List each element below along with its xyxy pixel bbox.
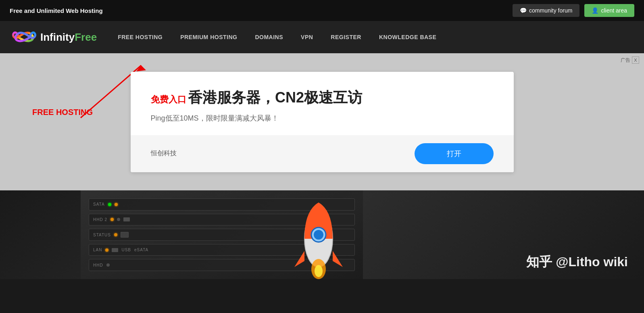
ad-red-text: 免费入口 <box>151 94 186 104</box>
led-off-2 <box>106 263 110 267</box>
nav-domains[interactable]: DOMAINS <box>246 23 292 52</box>
rocket-wrapper <box>282 198 355 279</box>
arrow-text: FREE HOSTING <box>32 108 93 117</box>
main-nav: InfinityFree FREE HOSTING PREMIUM HOSTIN… <box>0 21 644 53</box>
led-off-1 <box>117 218 120 221</box>
chat-icon: 💬 <box>520 7 527 14</box>
ad-card-footer: 恒创科技 打开 <box>131 135 514 172</box>
usb-port-1 <box>123 217 130 221</box>
nav-free-hosting[interactable]: FREE HOSTING <box>109 23 171 52</box>
led-orange-2 <box>110 218 114 221</box>
nav-vpn[interactable]: VPN <box>292 23 322 52</box>
svg-point-4 <box>314 230 323 240</box>
logo-text: InfinityFree <box>40 31 97 44</box>
led-orange-1 <box>115 203 118 206</box>
nav-premium-hosting[interactable]: PREMIUM HOSTING <box>171 23 246 52</box>
ad-company-name: 恒创科技 <box>151 149 177 158</box>
ad-subtitle: Ping低至10MS，限时限量满减大风暴！ <box>151 113 494 123</box>
ad-title-row: 免费入口 香港服务器，CN2极速互访 <box>151 88 494 108</box>
ad-main-title: 香港服务器，CN2极速互访 <box>188 89 362 106</box>
led-orange-3 <box>114 233 117 236</box>
ad-card: 免费入口 香港服务器，CN2极速互访 Ping低至10MS，限时限量满减大风暴！… <box>131 72 514 172</box>
nav-knowledge-base[interactable]: KNOWLEDGE BASE <box>370 23 445 52</box>
ad-section: 广告 X FREE HOSTING 免费入口 香港服务器，CN2极速互访 Pin… <box>0 53 644 190</box>
nav-links: FREE HOSTING PREMIUM HOSTING DOMAINS VPN… <box>109 23 632 52</box>
ad-open-button[interactable]: 打开 <box>415 143 494 164</box>
svg-marker-1 <box>136 65 146 71</box>
top-bar: Free and Unlimited Web Hosting 💬 communi… <box>0 0 644 21</box>
ad-card-body: 免费入口 香港服务器，CN2极速互访 Ping低至10MS，限时限量满减大风暴！ <box>131 72 514 135</box>
logo-icon <box>12 27 36 47</box>
site-tagline: Free and Unlimited Web Hosting <box>10 7 103 14</box>
rocket-icon <box>282 198 355 279</box>
usb-port-2 <box>112 248 118 252</box>
ad-label: 广告 X <box>621 56 639 64</box>
nav-register[interactable]: REGISTER <box>322 23 370 52</box>
user-icon: 👤 <box>592 7 598 14</box>
logo-link[interactable]: InfinityFree <box>12 27 97 47</box>
led-orange-4 <box>105 248 108 252</box>
client-area-button[interactable]: 👤 client area <box>584 4 634 17</box>
hero-watermark: 知乎 @Litho wiki <box>526 253 628 271</box>
community-forum-button[interactable]: 💬 community forum <box>513 4 579 17</box>
ad-close-button[interactable]: X <box>632 56 639 64</box>
led-green-1 <box>108 203 111 206</box>
port-1 <box>121 232 129 238</box>
top-bar-actions: 💬 community forum 👤 client area <box>513 4 634 17</box>
svg-point-6 <box>315 265 323 277</box>
hero-section: SATA HHD 2 STATUS LAN USB eSATA <box>0 190 644 279</box>
